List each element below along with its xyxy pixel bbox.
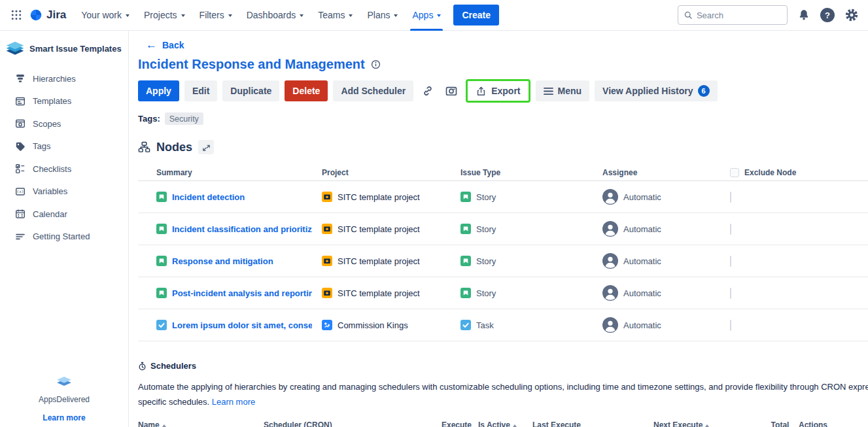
node-summary-link[interactable]: Lorem ipsum dolor sit amet, conse: [172, 320, 312, 330]
schedulers-title: Schedulers: [150, 361, 196, 371]
exclude-node-checkbox[interactable]: [730, 224, 731, 235]
page-title: Incident Response and Management: [138, 57, 868, 72]
calendar-icon: [15, 209, 26, 219]
tags-row: Tags: Security: [138, 112, 868, 125]
schedulers-section: Schedulers Automate the applying of hier…: [138, 361, 868, 427]
tags-icon: [15, 141, 26, 152]
app-title: Smart Issue Templates: [29, 44, 122, 54]
issue-type: Story: [476, 192, 496, 202]
assignee-name: Automatic: [623, 320, 661, 330]
story-icon: [156, 192, 167, 202]
schedulers-learn-more-link[interactable]: Learn more: [212, 397, 255, 407]
col-scheduler-cron: Scheduler (CRON): [264, 420, 435, 427]
app-logo: Smart Issue Templates: [0, 41, 128, 57]
nodes-section-header: Nodes: [138, 140, 868, 154]
exclude-node-checkbox[interactable]: [730, 288, 731, 299]
checklists-icon: [15, 163, 26, 174]
exclude-node-checkbox[interactable]: [730, 192, 731, 203]
app-switcher-icon[interactable]: [7, 5, 26, 25]
story-icon: [460, 192, 471, 202]
sidebar: Smart Issue Templates Hierarchies Templa…: [0, 31, 129, 427]
exclude-node-checkbox[interactable]: [730, 320, 731, 331]
col-assignee: Assignee: [602, 168, 729, 177]
assignee-name: Automatic: [623, 288, 661, 298]
logo-text: Jira: [46, 9, 66, 22]
chevron-down-icon: [437, 14, 441, 17]
avatar: [602, 285, 618, 301]
delete-button[interactable]: Delete: [285, 80, 328, 101]
table-row: Incident classification and prioritiza S…: [138, 213, 868, 245]
nav-plans[interactable]: Plans: [360, 0, 405, 31]
hierarchies-icon: [15, 73, 26, 84]
back-arrow-icon: ←: [146, 39, 157, 50]
col-next-execute[interactable]: Next Execute: [653, 420, 761, 427]
project-avatar-icon: [322, 224, 332, 234]
jira-logo[interactable]: Jira: [29, 8, 66, 22]
jira-mark-icon: [29, 8, 43, 22]
avatar: [602, 189, 618, 205]
nav-filters[interactable]: Filters: [192, 0, 239, 31]
getting-started-icon: [15, 231, 26, 242]
export-button[interactable]: Export: [466, 79, 530, 103]
exclude-all-checkbox[interactable]: [730, 168, 739, 177]
nav-dashboards[interactable]: Dashboards: [239, 0, 311, 31]
node-summary-link[interactable]: Response and mitigation: [172, 256, 273, 266]
table-row: Response and mitigation SITC template pr…: [138, 245, 868, 277]
chevron-down-icon: [394, 14, 398, 17]
sidebar-item-getting-started[interactable]: Getting Started: [0, 226, 128, 248]
nav-your-work[interactable]: Your work: [74, 0, 137, 31]
settings-gear-icon[interactable]: [844, 8, 859, 22]
back-link[interactable]: ← Back: [146, 39, 184, 50]
footer-learn-more-link[interactable]: Learn more: [43, 413, 85, 422]
assignee-name: Automatic: [623, 192, 661, 202]
add-scheduler-button[interactable]: Add Scheduler: [333, 80, 413, 101]
node-summary-link[interactable]: Incident detection: [172, 192, 245, 202]
edit-button[interactable]: Edit: [184, 80, 217, 101]
nav-projects[interactable]: Projects: [137, 0, 192, 31]
story-icon: [156, 288, 167, 298]
col-execute-once[interactable]: Execute Once: [435, 420, 478, 427]
help-icon[interactable]: ?: [820, 8, 835, 22]
project-avatar-icon: [322, 192, 332, 202]
assignee-name: Automatic: [623, 256, 661, 266]
sidebar-item-calendar[interactable]: Calendar: [0, 203, 128, 226]
nav-apps[interactable]: Apps: [405, 0, 448, 31]
node-summary-link[interactable]: Incident classification and prioritiza: [172, 224, 312, 234]
apply-button[interactable]: Apply: [138, 80, 179, 101]
col-total-executes[interactable]: Total executes: [761, 420, 799, 427]
sidebar-item-scopes[interactable]: Scopes: [0, 112, 128, 135]
menu-button[interactable]: Menu: [536, 80, 590, 101]
smart-issue-templates-icon: [5, 41, 25, 57]
variables-icon: (x): [15, 186, 26, 197]
create-button[interactable]: Create: [453, 5, 499, 26]
sidebar-item-hierarchies[interactable]: Hierarchies: [0, 67, 128, 90]
view-applied-history-button[interactable]: View Applied History 6: [595, 80, 717, 101]
history-count-badge: 6: [698, 85, 710, 97]
notifications-icon[interactable]: [797, 9, 810, 22]
search-input[interactable]: [697, 10, 782, 20]
copy-link-icon[interactable]: [419, 80, 437, 101]
exclude-node-checkbox[interactable]: [730, 256, 731, 267]
sidebar-item-tags[interactable]: Tags: [0, 135, 128, 158]
project-avatar-icon: [322, 320, 332, 330]
task-icon: [156, 320, 167, 330]
info-icon[interactable]: [371, 60, 381, 69]
top-navigation: Jira Your work Projects Filters Dashboar…: [0, 0, 868, 31]
project-avatar-icon: [322, 256, 332, 266]
nav-teams[interactable]: Teams: [311, 0, 360, 31]
hierarchy-nodes-icon: [138, 141, 150, 154]
col-is-active[interactable]: Is Active: [478, 420, 532, 427]
sort-icon: [705, 424, 709, 427]
snapshot-camera-icon[interactable]: [442, 80, 460, 101]
node-summary-link[interactable]: Post-incident analysis and reportin: [172, 288, 312, 298]
nodes-table-header: Summary Project Issue Type Assignee Excl…: [138, 164, 868, 181]
sidebar-item-templates[interactable]: Templates: [0, 90, 128, 113]
project-name: Commission Kings: [338, 320, 408, 330]
chevron-down-icon: [300, 14, 304, 17]
sidebar-item-checklists[interactable]: Checklists: [0, 158, 128, 180]
col-name[interactable]: Name: [138, 420, 264, 427]
sidebar-item-variables[interactable]: (x) Variables: [0, 180, 128, 203]
duplicate-button[interactable]: Duplicate: [222, 80, 279, 101]
task-icon: [460, 320, 471, 330]
expand-nodes-icon[interactable]: [198, 140, 214, 154]
